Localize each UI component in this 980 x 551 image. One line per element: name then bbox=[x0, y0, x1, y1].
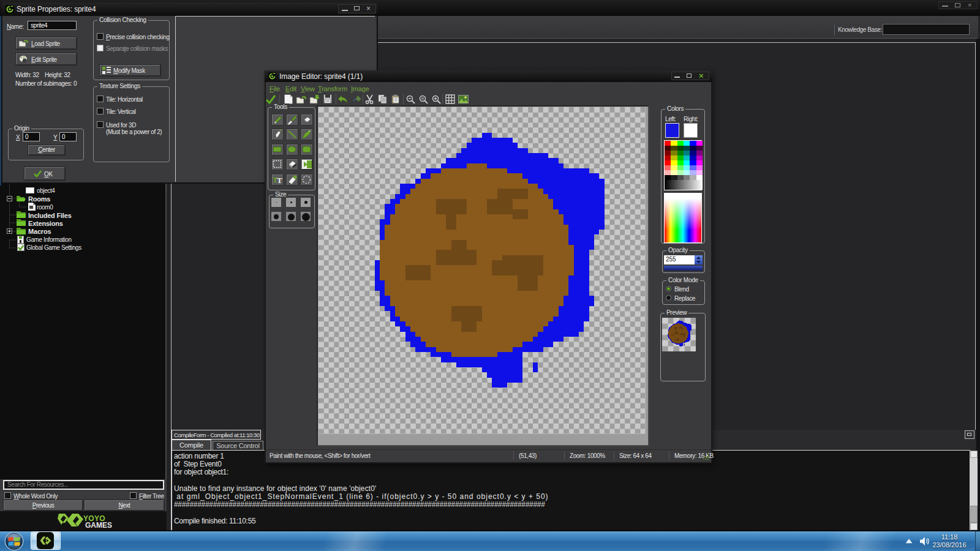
svg-text:T: T bbox=[277, 176, 282, 185]
